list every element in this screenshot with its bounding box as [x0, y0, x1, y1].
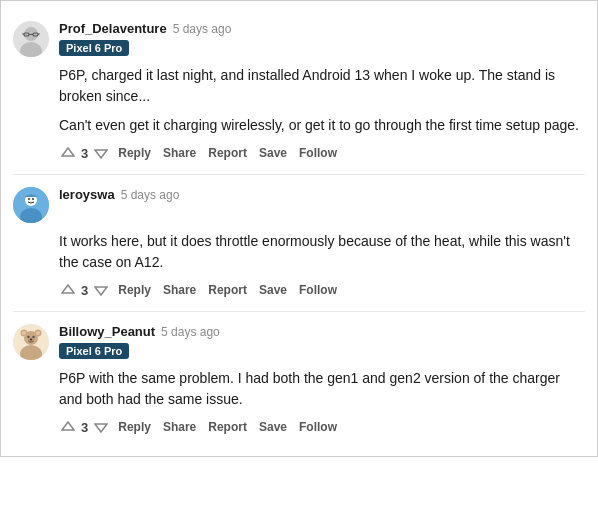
svg-marker-28: [62, 422, 74, 430]
comment-item: leroyswa 5 days ago It works here, but i…: [13, 175, 585, 312]
svg-point-23: [27, 336, 29, 338]
comment-text-1: P6P, charged it last night, and installe…: [59, 65, 585, 107]
comment-item: Prof_Delaventure 5 days ago Pixel 6 Pro …: [13, 9, 585, 175]
comment-text-1: It works here, but it does throttle enor…: [59, 231, 585, 273]
upvote-button[interactable]: [59, 418, 77, 436]
author-name: Prof_Delaventure: [59, 21, 167, 36]
report-button[interactable]: Report: [204, 144, 251, 162]
svg-marker-8: [62, 148, 74, 156]
flair-badge: Pixel 6 Pro: [59, 40, 129, 56]
comment-actions: 3 Reply Share Report Save Follow: [59, 281, 585, 299]
follow-button[interactable]: Follow: [295, 281, 341, 299]
share-button[interactable]: Share: [159, 418, 200, 436]
comment-body: P6P, charged it last night, and installe…: [13, 65, 585, 162]
author-name: Billowy_Peanut: [59, 324, 155, 339]
share-button[interactable]: Share: [159, 144, 200, 162]
upvote-icon: [61, 283, 75, 297]
comment-text-2: Can't even get it charging wirelessly, o…: [59, 115, 585, 136]
upvote-icon: [61, 420, 75, 434]
save-button[interactable]: Save: [255, 418, 291, 436]
vote-count: 3: [79, 146, 90, 161]
flair-row: Pixel 6 Pro: [59, 39, 231, 55]
comment-meta: Billowy_Peanut 5 days ago Pixel 6 Pro: [59, 324, 220, 358]
upvote-button[interactable]: [59, 281, 77, 299]
svg-point-12: [28, 198, 30, 200]
avatar: [13, 324, 49, 360]
author-name: leroyswa: [59, 187, 115, 202]
reply-button[interactable]: Reply: [114, 281, 155, 299]
save-button[interactable]: Save: [255, 281, 291, 299]
comment-meta: Prof_Delaventure 5 days ago Pixel 6 Pro: [59, 21, 231, 55]
save-button[interactable]: Save: [255, 144, 291, 162]
flair-badge: Pixel 6 Pro: [59, 343, 129, 359]
svg-marker-16: [95, 287, 107, 295]
report-button[interactable]: Report: [204, 281, 251, 299]
svg-point-13: [32, 198, 34, 200]
vote-section: 3: [59, 281, 110, 299]
svg-marker-29: [95, 424, 107, 432]
svg-marker-9: [95, 150, 107, 158]
comment-time: 5 days ago: [173, 22, 232, 36]
follow-button[interactable]: Follow: [295, 144, 341, 162]
comment-body: It works here, but it does throttle enor…: [13, 231, 585, 299]
comment-text-1: P6P with the same problem. I had both th…: [59, 368, 585, 410]
vote-count: 3: [79, 420, 90, 435]
comment-item: Billowy_Peanut 5 days ago Pixel 6 Pro P6…: [13, 312, 585, 448]
share-button[interactable]: Share: [159, 281, 200, 299]
downvote-button[interactable]: [92, 418, 110, 436]
svg-point-24: [32, 336, 34, 338]
comment-time: 5 days ago: [121, 188, 180, 202]
vote-count: 3: [79, 283, 90, 298]
follow-button[interactable]: Follow: [295, 418, 341, 436]
comment-body: P6P with the same problem. I had both th…: [13, 368, 585, 436]
downvote-icon: [94, 420, 108, 434]
comment-author-row: Billowy_Peanut 5 days ago: [59, 324, 220, 339]
reply-button[interactable]: Reply: [114, 418, 155, 436]
comment-author-row: Prof_Delaventure 5 days ago: [59, 21, 231, 36]
avatar: [13, 21, 49, 57]
avatar: [13, 187, 49, 223]
vote-section: 3: [59, 418, 110, 436]
comments-container: Prof_Delaventure 5 days ago Pixel 6 Pro …: [0, 0, 598, 457]
downvote-icon: [94, 146, 108, 160]
comment-actions: 3 Reply Share Report Save Follow: [59, 144, 585, 162]
comment-header: Billowy_Peanut 5 days ago Pixel 6 Pro: [13, 324, 585, 360]
svg-line-7: [38, 34, 40, 35]
comment-meta: leroyswa 5 days ago: [59, 187, 179, 202]
downvote-icon: [94, 283, 108, 297]
upvote-button[interactable]: [59, 144, 77, 162]
comment-time: 5 days ago: [161, 325, 220, 339]
comment-actions: 3 Reply Share Report Save Follow: [59, 418, 585, 436]
vote-section: 3: [59, 144, 110, 162]
report-button[interactable]: Report: [204, 418, 251, 436]
comment-author-row: leroyswa 5 days ago: [59, 187, 179, 202]
svg-point-21: [22, 331, 26, 335]
svg-marker-15: [62, 285, 74, 293]
svg-point-22: [36, 331, 40, 335]
flair-row: Pixel 6 Pro: [59, 342, 220, 358]
upvote-icon: [61, 146, 75, 160]
svg-line-6: [23, 34, 25, 35]
downvote-button[interactable]: [92, 144, 110, 162]
comment-header: Prof_Delaventure 5 days ago Pixel 6 Pro: [13, 21, 585, 57]
reply-button[interactable]: Reply: [114, 144, 155, 162]
comment-header: leroyswa 5 days ago: [13, 187, 585, 223]
downvote-button[interactable]: [92, 281, 110, 299]
svg-point-26: [30, 339, 32, 341]
